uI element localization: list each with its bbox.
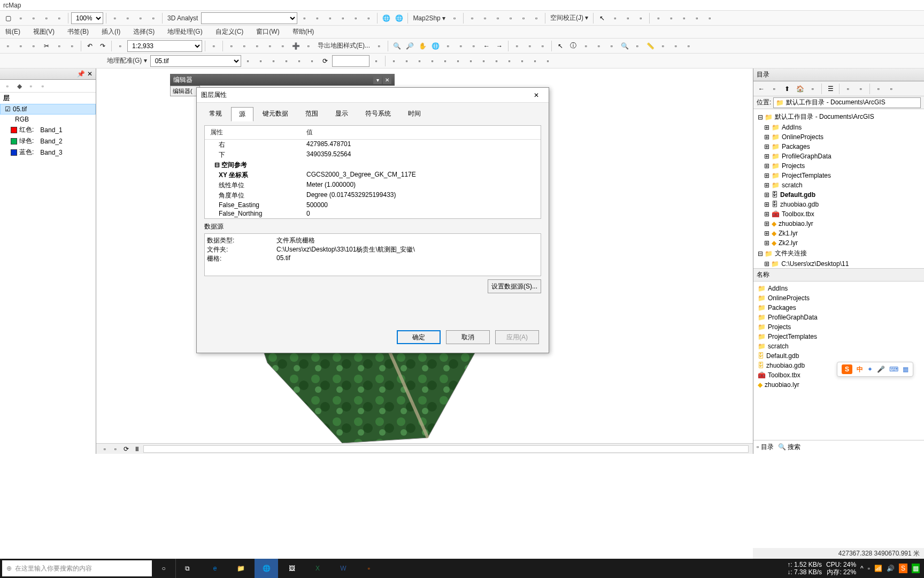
tool-icon[interactable]: ▫ — [517, 55, 528, 67]
tool-icon[interactable]: ▫ — [537, 40, 549, 52]
tree-item[interactable]: ⊞ 🗄 zhuobiao.gdb — [756, 200, 922, 209]
toc-band[interactable]: 红色:Band_1 — [0, 124, 96, 135]
scale-combo[interactable]: 1:2,933 — [127, 40, 202, 52]
tool-icon[interactable]: ▫ — [363, 12, 374, 24]
rotate-icon[interactable]: ⟳ — [319, 55, 331, 67]
tool-icon[interactable]: ▫ — [109, 12, 121, 24]
back-icon[interactable]: ← — [756, 83, 767, 95]
pointer-icon[interactable]: ↖ — [555, 40, 566, 52]
tree-item[interactable]: ⊞ 📁 Packages — [756, 142, 922, 151]
tool-icon[interactable]: ▫ — [388, 55, 400, 67]
tool-icon[interactable]: ▫ — [306, 55, 318, 67]
spatial-adj-label[interactable]: 空间校正(J) ▾ — [548, 13, 590, 22]
tool-icon[interactable]: ▫ — [530, 12, 542, 24]
toc-band[interactable]: 绿色:Band_2 — [0, 135, 96, 147]
export-style-label[interactable]: 导出地图样式(E)... — [315, 41, 372, 50]
tool-icon[interactable]: ▫ — [478, 55, 490, 67]
analyst-combo[interactable] — [201, 12, 297, 24]
tool-icon[interactable]: ▫ — [2, 40, 14, 52]
tool-icon[interactable]: ▫ — [491, 55, 503, 67]
excel-icon[interactable]: X — [306, 559, 329, 578]
tree-item[interactable]: ⊞ 🗄 Default.gdb — [756, 190, 922, 200]
toc-band[interactable]: 蓝色:Band_3 — [0, 147, 96, 158]
dialog-tab[interactable]: 显示 — [327, 107, 356, 121]
tool-icon[interactable]: ▫ — [511, 40, 523, 52]
tool-icon[interactable]: ▫ — [593, 40, 605, 52]
tool-icon[interactable]: ▫ — [238, 40, 250, 52]
tool-icon[interactable]: ▫ — [492, 12, 504, 24]
tool-icon[interactable]: ▫ — [268, 55, 280, 67]
ime-grid-icon[interactable]: ▦ — [903, 366, 908, 373]
app-icon[interactable]: 🌐 — [255, 559, 278, 578]
tray-wifi-icon[interactable]: 📶 — [874, 565, 882, 572]
delete-icon[interactable]: ▫ — [53, 12, 65, 24]
tool-icon[interactable]: ▫ — [53, 40, 65, 52]
app-icon[interactable]: ▫ — [357, 559, 381, 578]
catalog-tab[interactable]: ▫ 目录 — [757, 443, 774, 452]
tool-icon[interactable]: ▫ — [886, 83, 897, 95]
ime-icon[interactable]: ✦ — [867, 366, 873, 373]
refresh-icon[interactable]: ⟳ — [122, 445, 130, 453]
tool-icon[interactable]: ▫ — [373, 40, 385, 52]
tool-icon[interactable]: ▫ — [311, 12, 323, 24]
dialog-tab[interactable]: 时间 — [400, 107, 429, 121]
tool-icon[interactable]: ▫ — [452, 55, 464, 67]
tool-icon[interactable]: ▫ — [135, 12, 147, 24]
pause-icon[interactable]: ⏸ — [133, 445, 141, 453]
menu-help[interactable]: 帮助(H) — [289, 26, 318, 37]
list-item[interactable]: 📁 OnlineProjects — [756, 293, 922, 303]
tree-item[interactable]: ⊞ 📁 AddIns — [756, 123, 922, 132]
tool-icon[interactable]: ▫ — [281, 55, 292, 67]
zoom-in-icon[interactable]: 🔍 — [391, 40, 403, 52]
data-view-icon[interactable]: ▫ — [101, 445, 109, 453]
toc-view-icon[interactable]: ▫ — [2, 81, 13, 92]
identify-icon[interactable]: ⓘ — [567, 40, 579, 52]
tool-icon[interactable]: ▫ — [442, 40, 454, 52]
dialog-tab[interactable]: 常规 — [201, 107, 230, 121]
close-icon[interactable]: ✕ — [528, 90, 544, 101]
tool-icon[interactable]: ▫ — [768, 83, 780, 95]
tool-icon[interactable]: ▫ — [449, 12, 460, 24]
tree-root[interactable]: ⊟ 📁 默认工作目录 - Documents\ArcGIS — [756, 111, 922, 123]
add-icon[interactable]: ➕ — [290, 40, 302, 52]
tree-item[interactable]: ⊞ 📁 scratch — [756, 180, 922, 190]
map2shp-label[interactable]: Map2Shp ▾ — [411, 14, 448, 22]
list-item[interactable]: 🗄 Default.gdb — [756, 351, 922, 361]
ok-button[interactable]: 确定 — [397, 330, 441, 344]
property-row[interactable]: ⊟ 空间参考 — [205, 160, 541, 170]
cut-icon[interactable]: ▫ — [41, 12, 52, 24]
menu-edit[interactable]: 辑(E) — [2, 26, 24, 37]
task-view-icon[interactable]: ⧉ — [175, 559, 199, 578]
edge-icon[interactable]: e — [203, 559, 227, 578]
tree-folder-connections[interactable]: ⊟ 📁 文件夹连接 — [756, 248, 922, 259]
tool-icon[interactable]: ▫ — [479, 12, 491, 24]
set-datasource-button[interactable]: 设置数据源(S)... — [488, 279, 541, 293]
minimize-icon[interactable]: ▾ — [373, 75, 382, 84]
property-row[interactable]: 下3490359.52564 — [205, 150, 541, 160]
tool-icon[interactable]: ▫ — [303, 40, 314, 52]
toc-view-icon[interactable]: ▫ — [26, 81, 36, 92]
tool-icon[interactable]: ▫ — [226, 40, 237, 52]
tool-icon[interactable]: ▫ — [114, 40, 126, 52]
list-item[interactable]: 📁 Packages — [756, 303, 922, 313]
toc-view-icon[interactable]: ◆ — [14, 81, 25, 92]
tool-icon[interactable]: ▫ — [657, 40, 669, 52]
tool-icon[interactable]: ▫ — [524, 40, 536, 52]
tool-icon[interactable]: ▫ — [324, 12, 336, 24]
property-row[interactable]: XY 坐标系CGCS2000_3_Degree_GK_CM_117E — [205, 170, 541, 180]
tree-item[interactable]: ⊞ 📁 ProjectTemplates — [756, 171, 922, 180]
tool-icon[interactable]: ▫ — [691, 12, 703, 24]
tool-icon[interactable]: ▫ — [28, 40, 40, 52]
tool-icon[interactable]: ▫ — [148, 12, 159, 24]
tool-icon[interactable]: ▫ — [683, 40, 695, 52]
location-input[interactable]: 📁 默认工作目录 - Documents\ArcGIS — [773, 97, 921, 108]
tray-volume-icon[interactable]: 🔊 — [887, 565, 895, 572]
menu-bookmarks[interactable]: 书签(B) — [64, 26, 92, 37]
catalog-names-list[interactable]: 📁 AddIns📁 OnlineProjects📁 Packages📁 Prof… — [753, 282, 924, 440]
tool-icon[interactable]: ▫ — [529, 55, 541, 67]
properties-table[interactable]: 属性 值 右427985.478701下3490359.52564⊟ 空间参考X… — [204, 125, 541, 219]
taskbar-search[interactable]: ⊕ 在这里输入你要搜索的内容 — [2, 560, 152, 576]
tool-icon[interactable]: ▫ — [873, 83, 884, 95]
forward-icon[interactable]: → — [494, 40, 505, 52]
tool-icon[interactable]: ▫ — [208, 40, 220, 52]
